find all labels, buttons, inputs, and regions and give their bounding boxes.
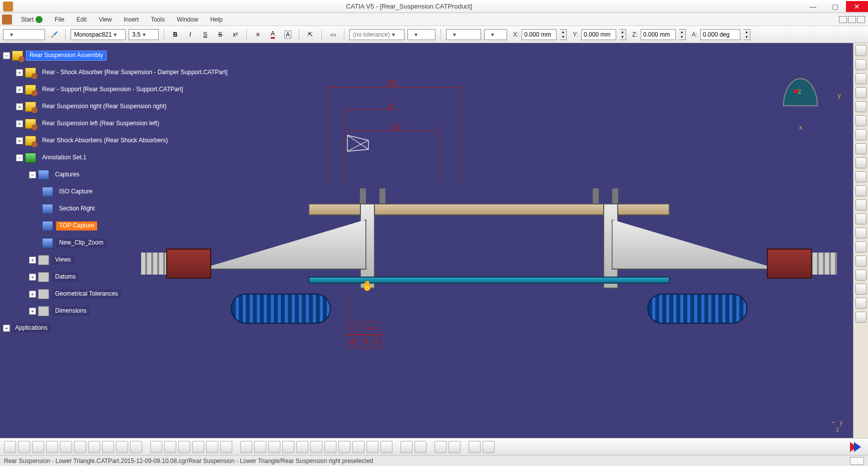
tree-expander[interactable]: +	[16, 137, 23, 144]
zoom-out-icon[interactable]	[296, 441, 308, 453]
close-button[interactable]: ✕	[846, 1, 868, 12]
tree-expander[interactable]: +	[16, 103, 23, 110]
tree-expander[interactable]: +	[16, 69, 23, 76]
tree-root[interactable]: Rear Suspension Assembly	[26, 51, 107, 60]
menu-help[interactable]: Help	[204, 14, 229, 25]
a-spin[interactable]: ▲▼	[743, 29, 750, 40]
tool-icon[interactable]	[855, 115, 866, 126]
tree-item[interactable]: Applications	[12, 324, 51, 332]
tree-expander[interactable]: +	[16, 120, 23, 127]
unit-combo-1[interactable]: ▾	[446, 29, 481, 40]
y-input[interactable]: 0.000 mm	[581, 29, 616, 40]
tree-item[interactable]: Views	[52, 256, 74, 264]
tool-icon[interactable]	[414, 441, 426, 453]
tool-icon[interactable]	[855, 73, 866, 84]
tree-expander[interactable]: +	[3, 325, 10, 332]
compass[interactable]: z y x	[783, 78, 838, 128]
tool-icon[interactable]	[855, 101, 866, 112]
tool-icon[interactable]	[855, 45, 866, 56]
z-spin[interactable]: ▲▼	[679, 29, 686, 40]
maximize-button[interactable]: ▢	[824, 1, 846, 12]
frame-icon[interactable]: ▭	[327, 29, 339, 40]
x-spin[interactable]: ▲▼	[560, 29, 567, 40]
zoom-in-icon[interactable]	[282, 441, 294, 453]
highlight-button[interactable]: A	[282, 29, 294, 40]
fontsize-combo[interactable]: 3.5▾	[129, 29, 159, 40]
fit-all-icon[interactable]	[240, 441, 252, 453]
tool-icon[interactable]	[469, 441, 481, 453]
tool-icon[interactable]	[855, 213, 866, 224]
tool-icon[interactable]	[192, 441, 204, 453]
tool-icon[interactable]	[400, 441, 412, 453]
tool-icon[interactable]	[855, 129, 866, 140]
tree-item[interactable]: Annotation Set.1	[39, 153, 90, 162]
minimize-button[interactable]: —	[802, 1, 824, 12]
tree-expander[interactable]: +	[29, 257, 36, 264]
mdi-restore[interactable]	[848, 16, 856, 23]
gdandt-frame[interactable]: 0.5	[346, 335, 384, 348]
grid-icon[interactable]	[435, 441, 447, 453]
tree-expander[interactable]: +	[29, 274, 36, 281]
grid-icon[interactable]	[449, 441, 461, 453]
tool-icon[interactable]	[855, 185, 866, 196]
tool-icon[interactable]	[206, 441, 218, 453]
menu-edit[interactable]: Edit	[71, 14, 93, 25]
tool-icon[interactable]	[855, 270, 866, 281]
bold-button[interactable]: B	[169, 29, 181, 40]
underline-button[interactable]: S	[199, 29, 211, 40]
formula-icon[interactable]	[150, 441, 162, 453]
paste-icon[interactable]	[88, 441, 100, 453]
tree-expander[interactable]: +	[16, 86, 23, 93]
multi-view-icon[interactable]	[324, 441, 336, 453]
tool-icon[interactable]	[855, 87, 866, 98]
tool-icon[interactable]	[855, 199, 866, 210]
whatsthis-icon[interactable]	[130, 441, 142, 453]
tree-item[interactable]: Geometrical Tolerances	[52, 290, 121, 298]
menu-start[interactable]: Start	[15, 14, 49, 25]
rotate-icon[interactable]	[268, 441, 280, 453]
tool-icon[interactable]	[855, 143, 866, 154]
tool-icon[interactable]	[855, 242, 866, 253]
mdi-close[interactable]	[857, 16, 865, 23]
tree-capture[interactable]: Section Right	[56, 204, 98, 213]
tree-item[interactable]: Captures	[52, 170, 83, 179]
open-icon[interactable]	[18, 441, 30, 453]
print-icon[interactable]	[46, 441, 58, 453]
tree-expander[interactable]: −	[3, 52, 10, 59]
tool-icon[interactable]	[855, 171, 866, 182]
swap-visible-icon[interactable]	[380, 441, 392, 453]
workspace-3d[interactable]: −Rear Suspension Assembly +Rear - Shock …	[0, 43, 868, 438]
tree-capture[interactable]: ISO Capture	[56, 187, 96, 196]
tree-capture[interactable]: New_Clip_Zoom	[56, 239, 107, 247]
compass-origin[interactable]	[794, 89, 798, 93]
rear-suspension-model[interactable]	[166, 173, 812, 324]
menu-window[interactable]: Window	[171, 14, 204, 25]
italic-button[interactable]: I	[184, 29, 196, 40]
tool-icon[interactable]	[855, 256, 866, 267]
undo-icon[interactable]	[102, 441, 114, 453]
tree-item[interactable]: Dimensions	[52, 307, 90, 315]
mdi-minimize[interactable]	[839, 16, 847, 23]
superscript-button[interactable]: x²	[229, 29, 241, 40]
gdandt-frame[interactable]: 3.5⌀	[346, 322, 380, 335]
y-spin[interactable]: ▲▼	[619, 29, 626, 40]
pan-icon[interactable]	[254, 441, 266, 453]
tool-icon[interactable]	[483, 441, 495, 453]
tool-icon[interactable]	[855, 157, 866, 168]
save-icon[interactable]	[32, 441, 44, 453]
menu-file[interactable]: File	[49, 14, 70, 25]
tol-val1[interactable]: ▾	[407, 29, 436, 40]
new-icon[interactable]	[4, 441, 16, 453]
menu-view[interactable]: View	[93, 14, 118, 25]
align-button[interactable]: ≡	[252, 29, 264, 40]
tree-expander[interactable]: −	[29, 171, 36, 178]
tool-icon[interactable]	[164, 441, 176, 453]
render-mode-icon[interactable]	[352, 441, 364, 453]
3d-viewport[interactable]: 76 4 52	[130, 53, 848, 428]
fontcolor-button[interactable]: A	[267, 29, 279, 40]
tool-icon[interactable]	[178, 441, 190, 453]
unit-combo-2[interactable]: ▾	[484, 29, 507, 40]
menu-insert[interactable]: Insert	[118, 14, 145, 25]
tool-icon[interactable]	[220, 441, 232, 453]
strike-button[interactable]: S	[214, 29, 226, 40]
